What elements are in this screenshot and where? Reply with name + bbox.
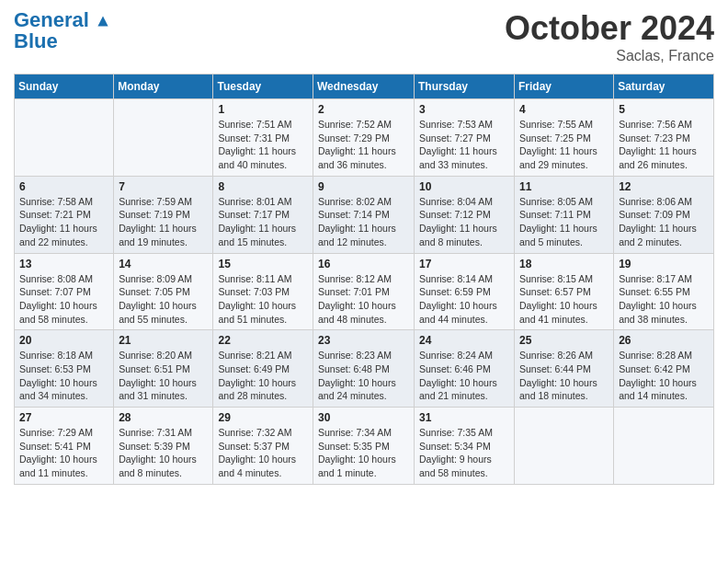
cell-content: Sunrise: 8:28 AMSunset: 6:42 PMDaylight:… [619,349,709,403]
day-number: 6 [19,180,108,193]
logo-icon [97,15,109,28]
day-number: 28 [119,411,208,424]
calendar-cell: 3Sunrise: 7:53 AMSunset: 7:27 PMDaylight… [415,99,515,177]
calendar-cell: 31Sunrise: 7:35 AMSunset: 5:34 PMDayligh… [415,408,515,485]
calendar-cell: 23Sunrise: 8:23 AMSunset: 6:48 PMDayligh… [313,330,415,408]
cell-content: Sunrise: 8:24 AMSunset: 6:46 PMDaylight:… [419,349,509,403]
cell-content: Sunrise: 7:59 AMSunset: 7:19 PMDaylight:… [119,195,208,249]
day-number: 27 [19,411,108,424]
logo: General Blue [14,9,109,53]
calendar-cell [114,99,213,177]
calendar-header-row: SundayMondayTuesdayWednesdayThursdayFrid… [15,75,714,99]
day-number: 2 [318,103,409,116]
location-title: Saclas, France [505,48,714,64]
cell-content: Sunrise: 8:14 AMSunset: 6:59 PMDaylight:… [419,272,509,327]
calendar-cell: 13Sunrise: 8:08 AMSunset: 7:07 PMDayligh… [15,253,114,330]
calendar-cell: 4Sunrise: 7:55 AMSunset: 7:25 PMDaylight… [515,99,614,177]
calendar-cell: 7Sunrise: 7:59 AMSunset: 7:19 PMDaylight… [114,176,213,253]
cell-content: Sunrise: 8:04 AMSunset: 7:12 PMDaylight:… [419,195,509,249]
cell-content: Sunrise: 7:53 AMSunset: 7:27 PMDaylight:… [419,118,509,172]
calendar-cell: 20Sunrise: 8:18 AMSunset: 6:53 PMDayligh… [15,330,114,408]
cell-content: Sunrise: 8:20 AMSunset: 6:51 PMDaylight:… [119,349,208,403]
cell-content: Sunrise: 7:52 AMSunset: 7:29 PMDaylight:… [318,118,409,172]
day-number: 19 [619,258,709,270]
day-number: 10 [419,180,509,193]
cell-content: Sunrise: 8:18 AMSunset: 6:53 PMDaylight:… [19,349,108,403]
day-number: 26 [619,334,709,347]
day-number: 21 [119,334,208,347]
logo-blue: Blue [14,29,58,53]
week-row-2: 6Sunrise: 7:58 AMSunset: 7:21 PMDaylight… [15,176,714,253]
day-number: 18 [519,258,609,270]
cell-content: Sunrise: 7:51 AMSunset: 7:31 PMDaylight:… [218,118,308,172]
week-row-4: 20Sunrise: 8:18 AMSunset: 6:53 PMDayligh… [15,330,714,408]
calendar-cell: 27Sunrise: 7:29 AMSunset: 5:41 PMDayligh… [15,408,114,485]
cell-content: Sunrise: 8:08 AMSunset: 7:07 PMDaylight:… [19,272,108,327]
logo-text: General [14,9,109,31]
day-number: 9 [318,180,409,193]
day-number: 12 [619,180,709,193]
calendar-cell [614,408,714,485]
cell-content: Sunrise: 7:35 AMSunset: 5:34 PMDaylight:… [419,426,509,480]
calendar-cell: 30Sunrise: 7:34 AMSunset: 5:35 PMDayligh… [313,408,415,485]
cell-content: Sunrise: 8:17 AMSunset: 6:55 PMDaylight:… [619,272,709,327]
calendar-cell: 6Sunrise: 7:58 AMSunset: 7:21 PMDaylight… [15,176,114,253]
calendar-cell: 9Sunrise: 8:02 AMSunset: 7:14 PMDaylight… [313,176,415,253]
month-title: October 2024 [505,9,714,48]
week-row-1: 1Sunrise: 7:51 AMSunset: 7:31 PMDaylight… [15,99,714,177]
cell-content: Sunrise: 8:11 AMSunset: 7:03 PMDaylight:… [218,272,308,327]
calendar-cell: 18Sunrise: 8:15 AMSunset: 6:57 PMDayligh… [515,253,614,330]
day-number: 5 [619,103,709,116]
calendar-cell: 17Sunrise: 8:14 AMSunset: 6:59 PMDayligh… [415,253,515,330]
calendar-table: SundayMondayTuesdayWednesdayThursdayFrid… [14,74,714,485]
day-number: 22 [218,334,308,347]
cell-content: Sunrise: 8:05 AMSunset: 7:11 PMDaylight:… [519,195,609,249]
cell-content: Sunrise: 7:34 AMSunset: 5:35 PMDaylight:… [318,426,409,480]
cell-content: Sunrise: 7:31 AMSunset: 5:39 PMDaylight:… [119,426,208,480]
cell-content: Sunrise: 7:56 AMSunset: 7:23 PMDaylight:… [619,118,709,172]
calendar-cell: 21Sunrise: 8:20 AMSunset: 6:51 PMDayligh… [114,330,213,408]
calendar-cell: 5Sunrise: 7:56 AMSunset: 7:23 PMDaylight… [614,99,714,177]
calendar-cell: 10Sunrise: 8:04 AMSunset: 7:12 PMDayligh… [415,176,515,253]
day-number: 17 [419,258,509,270]
cell-content: Sunrise: 8:23 AMSunset: 6:48 PMDaylight:… [318,349,409,403]
header: General Blue October 2024 Saclas, France [14,9,714,64]
weekday-header-tuesday: Tuesday [213,75,313,99]
day-number: 31 [419,411,509,424]
weekday-header-saturday: Saturday [614,75,714,99]
day-number: 15 [218,258,308,270]
calendar-cell: 12Sunrise: 8:06 AMSunset: 7:09 PMDayligh… [614,176,714,253]
weekday-header-thursday: Thursday [415,75,515,99]
calendar-cell: 28Sunrise: 7:31 AMSunset: 5:39 PMDayligh… [114,408,213,485]
calendar-cell: 11Sunrise: 8:05 AMSunset: 7:11 PMDayligh… [515,176,614,253]
logo-general: General [14,8,89,31]
calendar-cell: 2Sunrise: 7:52 AMSunset: 7:29 PMDaylight… [313,99,415,177]
calendar-cell: 14Sunrise: 8:09 AMSunset: 7:05 PMDayligh… [114,253,213,330]
cell-content: Sunrise: 8:12 AMSunset: 7:01 PMDaylight:… [318,272,409,327]
cell-content: Sunrise: 8:26 AMSunset: 6:44 PMDaylight:… [519,349,609,403]
cell-content: Sunrise: 7:32 AMSunset: 5:37 PMDaylight:… [218,426,308,480]
day-number: 23 [318,334,409,347]
calendar-cell [515,408,614,485]
day-number: 20 [19,334,108,347]
cell-content: Sunrise: 7:58 AMSunset: 7:21 PMDaylight:… [19,195,108,249]
weekday-header-wednesday: Wednesday [313,75,415,99]
cell-content: Sunrise: 8:06 AMSunset: 7:09 PMDaylight:… [619,195,709,249]
cell-content: Sunrise: 7:29 AMSunset: 5:41 PMDaylight:… [19,426,108,480]
weekday-header-monday: Monday [114,75,213,99]
cell-content: Sunrise: 8:02 AMSunset: 7:14 PMDaylight:… [318,195,409,249]
day-number: 13 [19,258,108,270]
day-number: 7 [119,180,208,193]
cell-content: Sunrise: 7:55 AMSunset: 7:25 PMDaylight:… [519,118,609,172]
day-number: 14 [119,258,208,270]
title-area: October 2024 Saclas, France [505,9,714,64]
calendar-cell: 29Sunrise: 7:32 AMSunset: 5:37 PMDayligh… [213,408,313,485]
day-number: 8 [218,180,308,193]
weekday-header-friday: Friday [515,75,614,99]
day-number: 29 [218,411,308,424]
day-number: 11 [519,180,609,193]
calendar-cell: 24Sunrise: 8:24 AMSunset: 6:46 PMDayligh… [415,330,515,408]
weekday-header-sunday: Sunday [15,75,114,99]
calendar-cell: 15Sunrise: 8:11 AMSunset: 7:03 PMDayligh… [213,253,313,330]
calendar-body: 1Sunrise: 7:51 AMSunset: 7:31 PMDaylight… [15,99,714,485]
